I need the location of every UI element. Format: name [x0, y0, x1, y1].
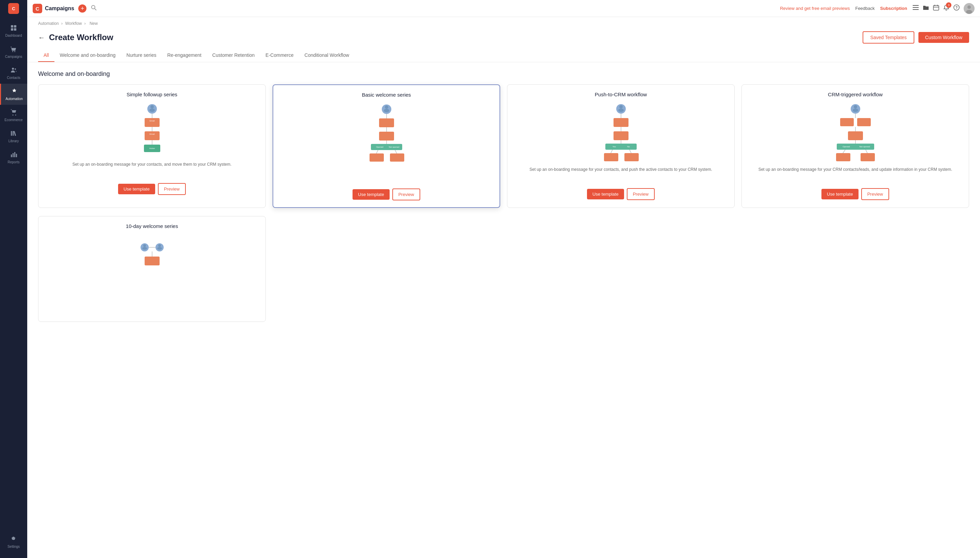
svg-text:Yes: Yes — [612, 146, 616, 148]
add-button[interactable]: + — [78, 5, 87, 13]
svg-rect-83 — [848, 131, 863, 140]
sidebar-item-contacts[interactable]: Contacts — [0, 62, 27, 84]
svg-line-21 — [95, 8, 96, 10]
sidebar-item-automation[interactable]: Automation — [0, 84, 27, 105]
card-push-to-crm[interactable]: Push-to-CRM workflow — [507, 84, 735, 208]
tab-ecommerce[interactable]: E-Commerce — [260, 49, 299, 62]
svg-rect-16 — [14, 152, 15, 157]
topnav-icons: 3 ? — [913, 3, 975, 14]
tab-conditional[interactable]: Conditional Workflow — [299, 49, 355, 62]
sidebar-label-campaigns: Campaigns — [5, 55, 23, 59]
calendar-icon[interactable] — [933, 5, 939, 12]
svg-rect-41 — [144, 131, 159, 140]
ecommerce-icon — [10, 109, 17, 117]
sidebar-item-campaigns[interactable]: Campaigns — [0, 41, 27, 62]
tab-reengagement[interactable]: Re-engagement — [162, 49, 207, 62]
saved-templates-button[interactable]: Saved Templates — [863, 31, 914, 44]
card-actions-push-to-crm: Use template Preview — [587, 188, 655, 200]
automation-icon — [11, 88, 18, 95]
svg-point-32 — [967, 5, 971, 9]
svg-point-8 — [12, 68, 14, 70]
topnav-right: Review and get free email previews Feedb… — [780, 3, 975, 14]
svg-point-94 — [142, 247, 147, 250]
svg-rect-74 — [604, 153, 618, 161]
card-crm-triggered[interactable]: CRM-triggered workflow — [742, 84, 969, 208]
breadcrumb-workflow[interactable]: Workflow — [65, 21, 82, 26]
reports-icon — [10, 151, 17, 159]
svg-point-6 — [12, 51, 13, 52]
svg-text:Email: Email — [149, 133, 154, 135]
card-simple-followup[interactable]: Simple followup series Email — [38, 84, 266, 208]
svg-text:C: C — [36, 6, 39, 11]
svg-rect-5 — [14, 28, 16, 31]
main-area: C Campaigns + Review and get free email … — [27, 0, 980, 558]
workflow-cards-grid-second: 10-day welcome series — [38, 216, 969, 322]
preview-button-push-to-crm[interactable]: Preview — [627, 188, 655, 200]
custom-workflow-button[interactable]: Custom Workflow — [918, 32, 969, 43]
preview-button-basic-welcome[interactable]: Preview — [392, 189, 420, 200]
preview-button-crm-triggered[interactable]: Preview — [861, 188, 889, 200]
svg-text:Opened: Opened — [376, 146, 383, 148]
use-template-button-simple-followup[interactable]: Use template — [118, 184, 155, 194]
workflow-cards-grid: Simple followup series Email — [38, 84, 969, 208]
sidebar-label-settings: Settings — [8, 545, 20, 548]
help-icon[interactable]: ? — [954, 5, 960, 12]
review-link[interactable]: Review and get free email previews — [780, 6, 850, 11]
card-actions-simple-followup: Use template Preview — [118, 183, 186, 195]
svg-point-9 — [15, 68, 16, 70]
sidebar-label-contacts: Contacts — [7, 76, 20, 80]
user-avatar[interactable] — [964, 3, 975, 14]
subscription-link[interactable]: Subscription — [880, 6, 907, 11]
brand-name: Campaigns — [45, 5, 74, 11]
svg-rect-22 — [913, 5, 919, 6]
svg-point-78 — [853, 108, 858, 112]
svg-rect-14 — [11, 154, 12, 157]
category-tabs: All Welcome and on-boarding Nurture seri… — [27, 49, 980, 62]
use-template-button-crm-triggered[interactable]: Use template — [821, 189, 859, 199]
svg-rect-24 — [913, 9, 919, 10]
menu-icon[interactable] — [913, 5, 919, 12]
svg-rect-38 — [144, 118, 159, 127]
svg-rect-13 — [13, 131, 14, 136]
svg-rect-60 — [390, 153, 404, 162]
campaigns-icon — [10, 46, 17, 53]
library-icon — [10, 130, 17, 138]
tab-welcome[interactable]: Welcome and on-boarding — [54, 49, 121, 62]
sidebar-item-reports[interactable]: Reports — [0, 147, 27, 168]
tab-all[interactable]: All — [38, 49, 54, 62]
card-basic-welcome[interactable]: Basic welcome series — [272, 84, 500, 208]
card-actions-crm-triggered: Use template Preview — [821, 188, 889, 200]
tab-customer-retention[interactable]: Customer Retention — [207, 49, 260, 62]
sidebar-item-settings[interactable]: Settings — [0, 532, 27, 553]
svg-point-63 — [618, 108, 624, 112]
card-title-basic-welcome: Basic welcome series — [362, 92, 411, 98]
feedback-link[interactable]: Feedback — [855, 6, 875, 11]
notification-wrapper[interactable]: 3 — [943, 5, 949, 12]
sidebar-label-library: Library — [8, 139, 19, 143]
card-10day-welcome[interactable]: 10-day welcome series — [38, 216, 266, 322]
card-actions-basic-welcome: Use template Preview — [353, 189, 420, 200]
sidebar-item-dashboard[interactable]: Dashboard — [0, 20, 27, 41]
card-title-10day-welcome: 10-day welcome series — [126, 223, 178, 229]
search-icon[interactable] — [90, 5, 97, 12]
svg-text:Email: Email — [149, 120, 154, 122]
back-button[interactable]: ← — [38, 34, 45, 41]
svg-text:Opened: Opened — [842, 146, 850, 148]
preview-button-simple-followup[interactable]: Preview — [158, 183, 186, 195]
sidebar-item-ecommerce[interactable]: Ecommerce — [0, 105, 27, 126]
sidebar-item-library[interactable]: Library — [0, 126, 27, 147]
settings-icon — [10, 535, 17, 543]
use-template-button-push-to-crm[interactable]: Use template — [587, 189, 624, 199]
tab-nurture[interactable]: Nurture series — [121, 49, 162, 62]
svg-point-20 — [92, 5, 95, 9]
page-title: Create Workflow — [49, 33, 113, 42]
svg-rect-75 — [624, 153, 639, 161]
svg-point-11 — [15, 115, 16, 116]
svg-rect-25 — [933, 5, 939, 10]
breadcrumb-automation[interactable]: Automation — [38, 21, 59, 26]
svg-point-96 — [158, 244, 161, 247]
use-template-button-basic-welcome[interactable]: Use template — [353, 189, 390, 200]
folder-icon[interactable] — [923, 5, 929, 12]
svg-text:No: No — [627, 146, 630, 148]
svg-rect-59 — [369, 153, 384, 162]
